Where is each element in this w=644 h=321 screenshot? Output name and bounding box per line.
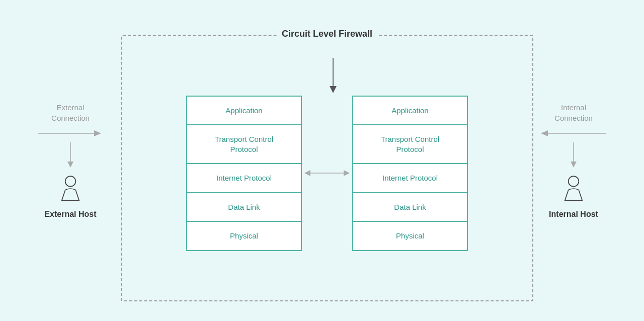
firewall-label: Circuit Level Firewall bbox=[277, 29, 377, 39]
internal-host-label: Internal Host bbox=[549, 210, 598, 219]
external-host-icon bbox=[55, 174, 86, 206]
bidirectional-arrow bbox=[302, 166, 352, 181]
svg-point-6 bbox=[65, 176, 76, 187]
svg-marker-13 bbox=[571, 162, 577, 168]
right-layer-application: Application bbox=[353, 96, 467, 125]
left-layer-datalink: Data Link bbox=[187, 193, 301, 222]
internal-host-section: InternalConnection Internal Host bbox=[523, 15, 624, 306]
diagram-container: Circuit Level Firewall ExternalConnectio… bbox=[20, 15, 624, 306]
external-arrow-right bbox=[38, 128, 103, 138]
svg-point-14 bbox=[569, 176, 579, 187]
internal-connection-label: InternalConnection bbox=[554, 102, 593, 123]
external-connection-label: ExternalConnection bbox=[51, 102, 90, 123]
svg-marker-10 bbox=[541, 130, 548, 136]
left-layer-ip: Internet Protocol bbox=[187, 164, 301, 193]
external-host-label: External Host bbox=[44, 210, 96, 219]
right-protocol-stack: Application Transport ControlProtocol In… bbox=[352, 96, 468, 251]
internal-host-icon bbox=[558, 174, 589, 206]
external-host-section: ExternalConnection bbox=[20, 15, 121, 306]
external-host-figure: External Host bbox=[44, 174, 96, 219]
right-layer-datalink: Data Link bbox=[353, 193, 467, 222]
external-arrow-down bbox=[65, 142, 75, 168]
svg-marker-3 bbox=[94, 130, 101, 136]
left-layer-physical: Physical bbox=[187, 221, 301, 251]
left-protocol-stack: Application Transport ControlProtocol In… bbox=[186, 96, 302, 251]
internal-arrow-down bbox=[569, 142, 579, 168]
left-layer-application: Application bbox=[187, 96, 301, 125]
svg-marker-9 bbox=[344, 170, 350, 176]
right-layer-ip: Internet Protocol bbox=[353, 164, 467, 193]
right-layer-tcp: Transport ControlProtocol bbox=[353, 125, 467, 164]
svg-marker-5 bbox=[67, 162, 73, 168]
left-layer-tcp: Transport ControlProtocol bbox=[187, 125, 301, 164]
right-layer-physical: Physical bbox=[353, 221, 467, 251]
internal-arrow-left bbox=[541, 128, 606, 138]
inner-layout: Application Transport ControlProtocol In… bbox=[121, 65, 533, 281]
internal-host-figure: Internal Host bbox=[549, 174, 598, 219]
